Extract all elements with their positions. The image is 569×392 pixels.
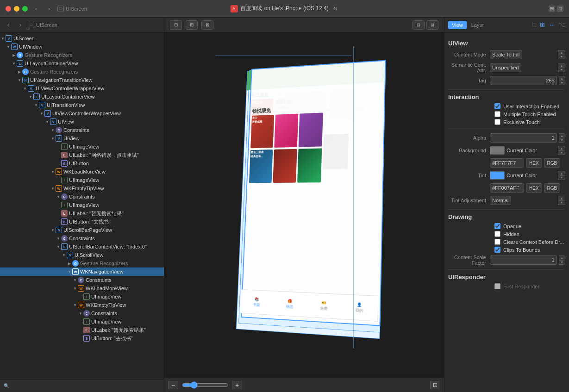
tree-item-uibutton3[interactable]: B UIButton: "去找书" (0, 334, 164, 342)
tree-arrow[interactable] (56, 194, 61, 199)
refresh-button[interactable]: ↻ (331, 5, 339, 12)
tag-field[interactable] (490, 76, 557, 85)
tree-item-uiscrollbarpage[interactable]: S UIScrollBarPageView (0, 226, 164, 234)
tree-arrow[interactable] (17, 69, 22, 75)
tree-arrow[interactable] (50, 186, 56, 191)
tree-item-constraints2[interactable]: C Constraints (0, 193, 164, 201)
tree-item-uiscrollview[interactable]: S UIScrollView (0, 251, 164, 259)
stepper-down[interactable]: ▼ (558, 68, 565, 72)
tree-item-uinavtransition[interactable]: N UINavigationTransitionView (0, 76, 164, 84)
tree-item-wkempty2[interactable]: W WKEmptyTipView (0, 301, 164, 309)
tree-arrow[interactable] (22, 86, 28, 91)
close-button[interactable] (6, 6, 11, 12)
tree-arrow[interactable] (11, 52, 17, 58)
hidden-checkbox[interactable] (494, 231, 500, 237)
canvas-3d-btn[interactable]: ⊠ (201, 20, 213, 30)
tree-item-uiimageview5[interactable]: I UIImageView (0, 317, 164, 326)
tree-item-uiimageview3[interactable]: I UIImageView (0, 201, 164, 209)
tree-arrow[interactable] (44, 119, 50, 124)
view-tab[interactable]: View (448, 21, 467, 29)
tree-item-uilayoutcontainer2[interactable]: L UILayoutContainerView (0, 93, 164, 101)
tint-rgb-button[interactable]: RGB (544, 183, 561, 193)
tree-item-gesture3[interactable]: G Gesture Recognizers (0, 259, 164, 268)
tree-item-uibutton2[interactable]: B UIButton: "去找书" (0, 218, 164, 226)
canvas-fit-btn[interactable]: ⊡ (413, 20, 425, 30)
maximize-button[interactable] (22, 6, 28, 12)
forward-button[interactable]: › (44, 4, 54, 13)
background-hex-input[interactable] (490, 158, 524, 168)
tree-item-uiimageview4[interactable]: I UIImageView (0, 292, 164, 301)
background-rgb-button[interactable]: RGB (544, 158, 561, 168)
tree-arrow[interactable] (28, 94, 33, 100)
tree-arrow[interactable] (72, 302, 78, 308)
tree-arrow[interactable] (50, 127, 56, 133)
layer-tab[interactable]: Layer (468, 21, 488, 29)
filter-input[interactable] (12, 383, 160, 389)
tree-item-uiimageview2[interactable]: I UIImageView (0, 176, 164, 184)
user-interaction-checkbox[interactable] (494, 103, 500, 109)
stepper-up[interactable]: ▲ (558, 63, 565, 68)
tree-item-constraints4[interactable]: C Constraints (0, 276, 164, 284)
tree-arrow[interactable] (50, 169, 56, 174)
tree-item-wknavigation[interactable]: W WKNavigationView (0, 268, 164, 276)
alpha-stepper-up[interactable]: ▲ (559, 134, 565, 138)
connections-icon[interactable]: ⌥ (558, 21, 565, 28)
stepper-up[interactable]: ▲ (558, 50, 565, 55)
minimize-button[interactable] (14, 6, 19, 12)
tree-item-uibutton1[interactable]: B UIButton (0, 159, 164, 168)
tree-item-gesture1[interactable]: G Gesture Recognizers (0, 51, 164, 59)
cs-stepper-up[interactable]: ▲ (559, 256, 565, 261)
bg-stepper-down[interactable]: ▼ (558, 151, 565, 155)
multiple-touch-checkbox[interactable] (494, 111, 500, 117)
tree-arrow[interactable] (78, 311, 83, 316)
tree-arrow[interactable] (67, 261, 72, 266)
tree-item-uiscrollbarcontent[interactable]: S UIScrollBarContentView: "Index:0" (0, 243, 164, 251)
tree-item-gesture2[interactable]: G Gesture Recognizers (0, 68, 164, 76)
tree-item-wkempty1[interactable]: W WKEmptyTipView (0, 184, 164, 193)
alpha-field[interactable] (490, 133, 557, 143)
tree-arrow[interactable] (56, 244, 61, 249)
file-icon[interactable]: □ (532, 21, 536, 28)
canvas-grid-btn[interactable]: ⊞ (186, 20, 198, 30)
tree-item-wkload2[interactable]: W WKLoadMoreView (0, 284, 164, 292)
tree-arrow[interactable] (72, 286, 78, 291)
tint-color-swatch[interactable] (490, 171, 505, 180)
tree-item-uilabel3[interactable]: L UILabel: "暂无搜索结果" (0, 326, 164, 334)
tree-item-uivcwrapper2[interactable]: V UIViewControllerWrapperView (0, 109, 164, 118)
tree-arrow[interactable] (50, 136, 56, 141)
tree-item-uiview1[interactable]: V UIView (0, 118, 164, 126)
fit-button[interactable]: ⊡ (430, 381, 440, 389)
tree-item-uiimageview1[interactable]: I UIImageView (0, 143, 164, 151)
canvas-view-btn[interactable]: ⊟ (170, 20, 182, 30)
clears-checkbox[interactable] (494, 239, 500, 245)
clips-checkbox[interactable] (494, 247, 500, 253)
tree-arrow[interactable] (67, 269, 72, 274)
tree-arrow[interactable] (17, 77, 22, 83)
zoom-slider[interactable] (182, 381, 228, 389)
tree-item-constraints5[interactable]: C Constraints (0, 309, 164, 317)
tree-arrow[interactable] (61, 252, 67, 258)
background-color-swatch[interactable] (490, 146, 505, 155)
tree-arrow[interactable] (0, 36, 6, 41)
size-icon[interactable]: ↔ (549, 21, 555, 28)
stepper-down[interactable]: ▼ (558, 55, 565, 59)
tree-arrow[interactable] (6, 44, 11, 50)
semantic-select[interactable]: Unspecified (490, 63, 521, 72)
zoom-in-button[interactable]: + (232, 381, 242, 389)
canvas-split-btn[interactable]: ⊞ (426, 20, 438, 30)
tint-adj-stepper-up[interactable]: ▲ (558, 196, 565, 201)
tree-item-uilayoutcontainer1[interactable]: L UILayoutContainerView (0, 59, 164, 68)
cs-stepper-down[interactable]: ▼ (559, 261, 565, 265)
tint-adj-stepper-down[interactable]: ▼ (558, 201, 565, 205)
tint-hex-input[interactable] (490, 183, 524, 193)
zoom-out-button[interactable]: − (168, 381, 178, 389)
background-hex-button[interactable]: HEX (526, 158, 542, 168)
tree-item-uilabel1[interactable]: L UILabel: "网络错误，点击重试" (0, 151, 164, 159)
exclusive-touch-checkbox[interactable] (494, 119, 500, 125)
tree-arrow[interactable] (33, 102, 39, 108)
tree-item-uiview2[interactable]: V UIView (0, 134, 164, 143)
first-responder-checkbox[interactable] (494, 283, 500, 289)
tree-item-uivcwrapper1[interactable]: V UIViewControllerWrapperView (0, 84, 164, 93)
tree-arrow[interactable] (72, 277, 78, 283)
tree-item-wkload1[interactable]: W WKLoadMoreView (0, 168, 164, 176)
